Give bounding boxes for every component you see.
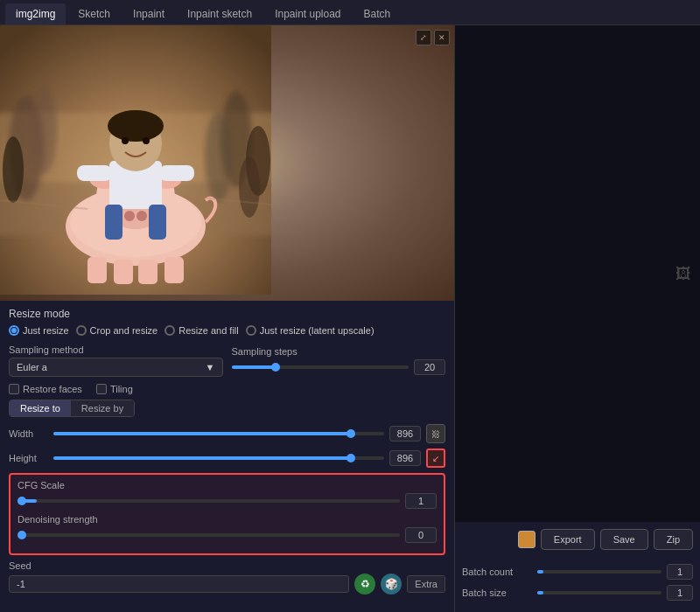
tab-img2img[interactable]: img2img [5,3,66,24]
svg-point-34 [239,156,260,218]
tiling-checkbox[interactable]: Tiling [96,384,133,394]
width-value: 896 [389,426,421,442]
color-picker[interactable] [518,531,536,548]
checkbox-row: Restore faces Tiling [9,384,445,394]
radio-crop-resize-circle [76,325,87,336]
height-slider-thumb[interactable] [346,454,355,462]
height-label: Height [9,453,48,463]
batch-count-value: 1 [667,564,693,580]
action-row: Export Save Zip [462,529,693,550]
image-placeholder-icon: 🖼 [676,265,691,283]
right-params: Batch count 1 Batch size 1 [455,564,700,612]
denoising-value: 0 [405,527,437,543]
svg-point-27 [143,137,150,144]
recycle-seed-button[interactable]: ♻ [354,574,375,595]
svg-point-25 [108,110,164,142]
expand-button[interactable]: ⤢ [416,30,431,45]
seed-section: Seed ♻ 🎲 Extra [9,560,445,595]
width-label: Width [9,428,48,439]
save-button[interactable]: Save [600,529,648,550]
tab-batch[interactable]: Batch [354,3,402,24]
scene-svg [0,25,271,295]
cfg-value: 1 [405,493,437,509]
sampling-method-label: Sampling method [9,344,223,355]
svg-point-11 [124,211,135,221]
cfg-slider-track[interactable] [18,499,400,503]
left-panel: ⤢ ✕ Resize mode Just resize Crop and res… [0,25,455,612]
batch-size-fill [537,591,543,595]
link-dimensions-button[interactable]: ⛓ [426,424,445,443]
svg-point-6 [205,111,233,202]
export-button[interactable]: Export [541,529,595,550]
radio-crop-resize[interactable]: Crop and resize [76,325,158,336]
cfg-slider-thumb[interactable] [18,497,26,505]
width-slider-thumb[interactable] [346,429,355,438]
controls-panel: Resize mode Just resize Crop and resize … [0,301,454,612]
tiling-label: Tiling [110,384,133,394]
denoising-slider-thumb[interactable] [18,531,26,539]
sampling-row: Sampling method Euler a ▼ Sampling steps… [9,344,445,377]
close-image-button[interactable]: ✕ [434,30,450,45]
denoising-slider-track[interactable] [18,533,400,537]
right-controls: Export Save Zip [455,522,700,564]
tab-bar: img2img Sketch Inpaint Inpaint sketch In… [0,0,700,25]
sampling-steps-track[interactable] [232,365,410,369]
batch-size-track[interactable] [537,591,662,595]
seed-row: ♻ 🎲 Extra [9,574,445,595]
sampling-steps-thumb[interactable] [271,363,280,372]
batch-count-track[interactable] [537,570,662,574]
height-value: 896 [389,450,421,466]
sampling-method-col: Sampling method Euler a ▼ [9,344,223,377]
resize-mode-options: Just resize Crop and resize Resize and f… [9,325,445,336]
width-slider-track[interactable] [53,432,384,435]
radio-just-resize-latent[interactable]: Just resize (latent upscale) [246,325,374,336]
radio-resize-fill[interactable]: Resize and fill [164,325,238,336]
tiling-box [96,384,107,394]
tab-resize-to[interactable]: Resize to [10,400,71,416]
main-area: ⤢ ✕ Resize mode Just resize Crop and res… [0,25,700,612]
radio-just-resize-label: Just resize [23,325,69,336]
cfg-slider-row: 1 [18,493,437,509]
zip-button[interactable]: Zip [654,529,693,550]
radio-just-resize[interactable]: Just resize [9,325,69,336]
dice-seed-button[interactable]: 🎲 [381,574,402,595]
radio-just-resize-circle [9,325,19,336]
extra-seed-button[interactable]: Extra [407,575,445,593]
radio-crop-resize-label: Crop and resize [90,325,158,336]
svg-point-12 [136,211,147,221]
sampling-method-value: Euler a [17,362,47,372]
radio-just-resize-latent-label: Just resize (latent upscale) [260,325,374,336]
input-image-area[interactable]: ⤢ ✕ [0,25,454,301]
denoising-label: Denoising strength [18,514,437,525]
tab-inpaint-upload[interactable]: Inpaint upload [264,3,351,24]
radio-just-resize-latent-circle [246,325,256,336]
tab-sketch[interactable]: Sketch [67,3,121,24]
svg-rect-22 [164,257,184,283]
link-height-button[interactable]: ↙ [426,449,445,468]
tab-inpaint[interactable]: Inpaint [122,3,175,24]
resize-mode-label: Resize mode [9,308,445,320]
radio-resize-fill-label: Resize and fill [178,325,238,336]
seed-input[interactable] [9,575,349,593]
denoising-slider-row: 0 [18,527,437,543]
batch-size-value: 1 [667,585,693,601]
batch-size-label: Batch size [462,588,532,598]
tab-inpaint-sketch[interactable]: Inpaint sketch [177,3,262,24]
width-slider-fill [53,432,351,435]
batch-count-fill [537,570,543,574]
output-image-area[interactable]: 🖼 [455,25,700,522]
svg-rect-19 [88,257,107,283]
restore-faces-checkbox[interactable]: Restore faces [9,384,82,394]
sampling-steps-value: 20 [414,359,445,375]
width-row: Width 896 ⛓ [9,424,445,443]
height-slider-fill [53,456,351,460]
denoising-row: Denoising strength 0 [18,514,437,543]
cfg-denoising-section: CFG Scale 1 Denoising strength [9,473,445,555]
output-image-placeholder [455,25,700,522]
sampling-method-select[interactable]: Euler a ▼ [9,358,223,377]
batch-count-label: Batch count [462,567,532,577]
height-slider-track[interactable] [53,456,384,460]
svg-rect-21 [138,260,158,284]
radio-resize-fill-circle [164,325,175,336]
tab-resize-by[interactable]: Resize by [71,400,134,416]
